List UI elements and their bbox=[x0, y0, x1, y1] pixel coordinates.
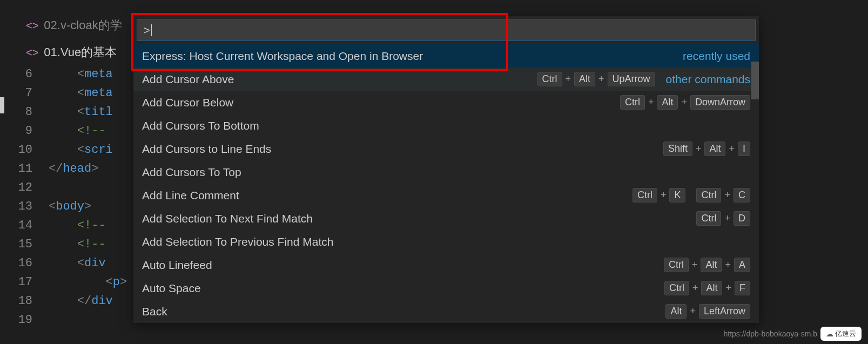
keybinding: Ctrl+Alt+F bbox=[664, 281, 750, 295]
plus: + bbox=[724, 213, 730, 224]
code-icon: <> bbox=[26, 46, 38, 59]
command-item[interactable]: Add Cursors to Line EndsShift+Alt+I bbox=[133, 137, 759, 160]
line-number: 13 bbox=[16, 197, 49, 216]
command-item[interactable]: Add Cursors To Top bbox=[133, 160, 759, 184]
key: Ctrl bbox=[696, 188, 721, 203]
command-item[interactable]: Auto SpaceCtrl+Alt+F bbox=[133, 276, 759, 300]
plus: + bbox=[566, 73, 571, 85]
key: K bbox=[669, 188, 685, 203]
command-item[interactable]: Express: Host Current Workspace and Open… bbox=[133, 44, 759, 68]
command-right: Ctrl+KCtrl+C bbox=[633, 188, 750, 203]
code-content: <!-- bbox=[49, 216, 106, 235]
keybinding: Ctrl+Alt+UpArrow bbox=[537, 72, 655, 86]
editor[interactable]: 6 <meta7 <meta8 <titl9 <!--10 <scri11</h… bbox=[16, 65, 127, 329]
editor-line[interactable]: 19 bbox=[16, 311, 127, 329]
code-content: <body> bbox=[49, 197, 91, 216]
editor-line[interactable]: 12 bbox=[16, 178, 127, 197]
editor-line[interactable]: 10 <scri bbox=[16, 140, 127, 159]
editor-line[interactable]: 9 <!-- bbox=[16, 122, 127, 140]
command-item[interactable]: Add Line CommentCtrl+KCtrl+C bbox=[133, 184, 759, 207]
editor-line[interactable]: 11</head> bbox=[16, 159, 127, 178]
editor-line[interactable]: 8 <titl bbox=[16, 103, 127, 122]
keybinding: Ctrl+Alt+A bbox=[664, 258, 750, 272]
editor-line[interactable]: 17 <p> bbox=[16, 273, 127, 292]
plus: + bbox=[648, 97, 654, 108]
key: Ctrl bbox=[620, 95, 645, 110]
plus: + bbox=[681, 97, 687, 108]
command-item[interactable]: Add Cursors To Bottom bbox=[133, 114, 759, 137]
command-item[interactable]: Add Selection To Next Find MatchCtrl+D bbox=[133, 207, 759, 230]
editor-line[interactable]: 14 <!-- bbox=[16, 216, 127, 235]
editor-line[interactable]: 15 <!-- bbox=[16, 235, 127, 254]
command-label: Add Selection To Previous Find Match bbox=[142, 235, 333, 248]
command-right: recently used bbox=[683, 50, 750, 63]
command-label: Add Cursors To Top bbox=[142, 166, 241, 179]
command-item[interactable]: Add Cursor BelowCtrl+Alt+DownArrow bbox=[133, 91, 759, 114]
command-label: Add Selection To Next Find Match bbox=[142, 212, 313, 225]
activity-indicator bbox=[0, 97, 4, 113]
command-right: Ctrl+Alt+F bbox=[664, 281, 750, 295]
command-label: Add Cursor Above bbox=[142, 73, 234, 86]
key: Alt bbox=[657, 95, 678, 110]
line-number: 7 bbox=[16, 84, 49, 103]
command-prompt: > bbox=[144, 24, 150, 37]
command-label: Express: Host Current Workspace and Open… bbox=[142, 50, 423, 63]
plus: + bbox=[661, 190, 667, 201]
editor-line[interactable]: 16 <div bbox=[16, 254, 127, 273]
key: UpArrow bbox=[608, 72, 655, 86]
command-input[interactable]: > bbox=[137, 19, 756, 41]
tab-nested[interactable]: <> 01.Vue的基本 bbox=[26, 44, 117, 60]
watermark-logo: ☁ 亿速云 bbox=[820, 327, 862, 341]
line-number: 17 bbox=[16, 273, 49, 292]
line-number: 18 bbox=[16, 292, 49, 311]
keybinding: Alt+LeftArrow bbox=[665, 304, 750, 319]
command-palette: > Express: Host Current Workspace and Op… bbox=[133, 16, 759, 323]
code-content: <meta bbox=[49, 84, 113, 103]
tabs-area: <> 02.v-cloak的学 bbox=[16, 11, 132, 40]
command-item[interactable]: Auto LinefeedCtrl+Alt+A bbox=[133, 253, 759, 276]
key: Alt bbox=[665, 304, 687, 319]
cloud-icon: ☁ bbox=[826, 329, 833, 338]
command-item[interactable]: BackAlt+LeftArrow bbox=[133, 300, 759, 323]
command-right: Ctrl+Alt+UpArrowother commands bbox=[537, 72, 750, 86]
key: Ctrl bbox=[664, 258, 689, 272]
command-item[interactable]: Add Selection To Previous Find Match bbox=[133, 230, 759, 253]
command-list: Express: Host Current Workspace and Open… bbox=[133, 44, 759, 323]
plus: + bbox=[692, 259, 698, 271]
editor-line[interactable]: 18 </div bbox=[16, 292, 127, 311]
command-right: Ctrl+Alt+DownArrow bbox=[620, 95, 750, 110]
scrollbar[interactable] bbox=[751, 62, 759, 99]
line-number: 16 bbox=[16, 254, 49, 273]
key: Alt bbox=[701, 258, 722, 272]
plus: + bbox=[724, 190, 730, 201]
line-number: 11 bbox=[16, 159, 49, 178]
editor-line[interactable]: 7 <meta bbox=[16, 84, 127, 103]
plus: + bbox=[692, 282, 698, 294]
plus: + bbox=[696, 143, 702, 154]
keybinding: Ctrl+K bbox=[633, 188, 686, 203]
section-label: recently used bbox=[683, 50, 750, 63]
code-content: <scri bbox=[49, 140, 113, 159]
command-label: Add Cursors To Bottom bbox=[142, 119, 259, 132]
tab-label: 01.Vue的基本 bbox=[44, 44, 117, 60]
key: C bbox=[734, 188, 750, 203]
command-label: Auto Space bbox=[142, 282, 201, 295]
command-label: Add Cursor Below bbox=[142, 96, 233, 109]
watermark-url: https://dpb-bobokaoya-sm.b bbox=[723, 329, 817, 338]
key: Ctrl bbox=[633, 188, 657, 203]
keybinding: Shift+Alt+I bbox=[663, 141, 750, 156]
key: Ctrl bbox=[696, 211, 721, 226]
code-content: <!-- bbox=[49, 122, 106, 140]
line-number: 19 bbox=[16, 311, 49, 329]
command-item[interactable]: Add Cursor AboveCtrl+Alt+UpArrowother co… bbox=[133, 68, 759, 91]
section-label: other commands bbox=[666, 73, 750, 86]
tab-active[interactable]: <> 02.v-cloak的学 bbox=[16, 11, 132, 40]
command-right: Alt+LeftArrow bbox=[665, 304, 750, 319]
editor-line[interactable]: 13<body> bbox=[16, 197, 127, 216]
key: Alt bbox=[574, 72, 595, 86]
editor-line[interactable]: 6 <meta bbox=[16, 65, 127, 84]
plus: + bbox=[725, 259, 731, 271]
line-number: 12 bbox=[16, 178, 49, 197]
key: LeftArrow bbox=[699, 304, 750, 319]
command-right: Shift+Alt+I bbox=[663, 141, 750, 156]
